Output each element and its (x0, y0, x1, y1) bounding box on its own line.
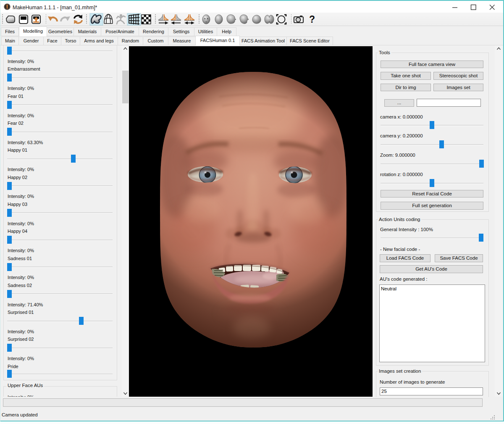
svg-text:?: ? (309, 14, 315, 25)
